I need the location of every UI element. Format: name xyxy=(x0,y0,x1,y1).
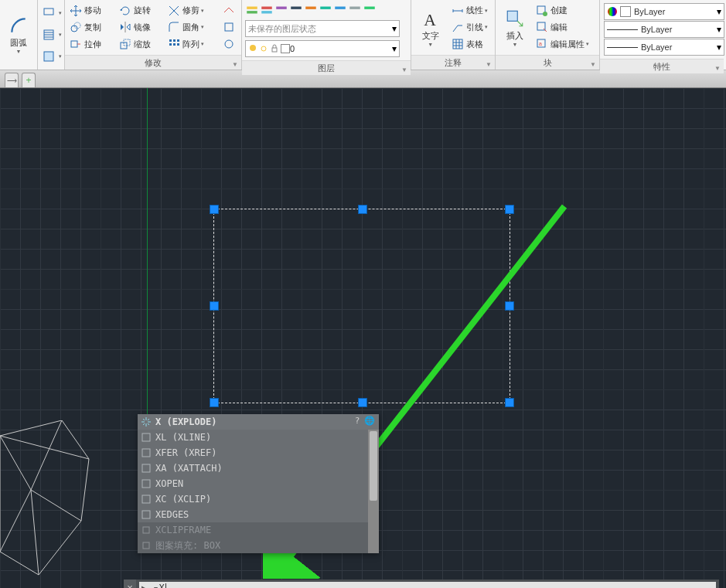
arc-button[interactable]: 圆弧 ▼ xyxy=(2,2,36,68)
layer-tool-icon[interactable] xyxy=(260,3,274,17)
modify-extra-1[interactable] xyxy=(221,2,238,19)
layer-tool-icon[interactable] xyxy=(304,3,318,17)
grip-handle[interactable] xyxy=(358,205,367,214)
leader-button[interactable]: 引线▾ xyxy=(450,19,492,36)
grip-handle[interactable] xyxy=(210,301,219,311)
rotate-button[interactable]: 旋转 xyxy=(118,2,164,19)
svg-rect-12 xyxy=(173,43,176,46)
svg-rect-24 xyxy=(335,7,346,9)
autocomplete-item[interactable]: XEDGES xyxy=(138,507,379,522)
explode-icon xyxy=(141,416,152,427)
color-swatch xyxy=(620,6,631,17)
internet-icon[interactable]: 🌐 xyxy=(363,416,376,428)
svg-point-15 xyxy=(225,40,233,48)
insert-button[interactable]: 插入 ▼ xyxy=(497,2,533,53)
mirror-button[interactable]: 镜像 xyxy=(118,19,164,36)
svg-rect-0 xyxy=(44,8,53,15)
tool-polyline[interactable]: ▾ xyxy=(41,5,63,22)
svg-rect-42 xyxy=(142,464,150,472)
svg-point-38 xyxy=(608,7,617,16)
svg-rect-41 xyxy=(142,449,150,457)
layer-color-swatch xyxy=(281,44,290,53)
array-button[interactable]: 阵列▾ xyxy=(166,36,218,53)
svg-rect-13 xyxy=(177,43,179,46)
svg-rect-40 xyxy=(142,433,150,441)
svg-rect-31 xyxy=(453,39,462,49)
panel-title-annot[interactable]: 注释▼ xyxy=(411,55,495,70)
text-button[interactable]: A 文字 ▼ xyxy=(413,2,448,53)
move-button[interactable]: 移动 xyxy=(68,2,114,19)
panel-title-modify[interactable]: 修改▼ xyxy=(65,55,241,70)
grip-handle[interactable] xyxy=(505,398,514,407)
tool-region[interactable]: ▾ xyxy=(41,49,63,65)
ribbon: 圆弧 ▼ ▾ ▾ ▾ 移动 复制 拉伸 旋转 镜像 缩放 修剪▾ xyxy=(0,0,726,70)
wireframe-object xyxy=(0,420,124,588)
linear-dim-button[interactable]: 线性▾ xyxy=(450,2,492,19)
layer-tool-icon[interactable] xyxy=(363,3,377,17)
edit-attr-button[interactable]: a编辑属性▾ xyxy=(534,36,596,53)
autocomplete-item-disabled[interactable]: XCLIPFRAME+ xyxy=(138,522,379,538)
svg-rect-23 xyxy=(320,7,331,9)
lock-icon xyxy=(270,44,279,53)
svg-rect-16 xyxy=(247,7,257,9)
layer-current-combo[interactable]: 0▾ xyxy=(245,40,400,57)
layer-tool-icon[interactable] xyxy=(274,3,288,17)
svg-rect-32 xyxy=(507,11,517,21)
autocomplete-item[interactable]: XA (XATTACH) xyxy=(138,461,379,476)
grip-handle[interactable] xyxy=(210,205,219,214)
command-line: × ▶_ ▾ X xyxy=(124,580,719,588)
copy-button[interactable]: 复制 xyxy=(68,19,114,36)
panel-title-layer[interactable]: 图层▼ xyxy=(242,60,411,75)
table-button[interactable]: 表格 xyxy=(450,36,492,53)
help-icon[interactable]: ? xyxy=(351,416,363,428)
panel-title-block[interactable]: 块▼ xyxy=(496,55,599,70)
trim-button[interactable]: 修剪▾ xyxy=(166,2,218,19)
svg-rect-9 xyxy=(173,39,176,42)
selection-rectangle[interactable] xyxy=(213,209,510,403)
grip-handle[interactable] xyxy=(505,301,514,311)
new-tab[interactable]: + xyxy=(22,73,36,87)
svg-rect-26 xyxy=(364,7,375,9)
autocomplete-item[interactable]: XFER (XREF) xyxy=(138,445,379,461)
linetype-combo[interactable]: ByLayer▾ xyxy=(604,39,724,56)
svg-rect-18 xyxy=(261,7,272,9)
svg-rect-19 xyxy=(261,11,272,13)
modify-extra-2[interactable] xyxy=(221,19,238,36)
grip-handle[interactable] xyxy=(210,398,219,407)
layer-tool-icon[interactable] xyxy=(245,3,259,17)
autocomplete-head[interactable]: X (EXPLODE) ? 🌐 xyxy=(138,414,379,430)
edit-block-button[interactable]: 编辑 xyxy=(534,19,596,36)
drawing-canvas[interactable]: X (EXPLODE) ? 🌐 XL (XLINE)XFER (XREF)XA … xyxy=(0,88,726,588)
svg-rect-11 xyxy=(169,43,172,46)
svg-rect-47 xyxy=(143,542,149,549)
autocomplete-item[interactable]: XOPEN xyxy=(138,476,379,491)
cmdline-close-icon[interactable]: × xyxy=(124,580,136,588)
fillet-button[interactable]: 圆角▾ xyxy=(166,19,218,36)
command-input[interactable]: ▶_ ▾ X xyxy=(139,582,716,589)
autocomplete-item[interactable]: XL (XLINE) xyxy=(138,430,379,445)
svg-rect-20 xyxy=(276,7,287,9)
arc-label: 圆弧 xyxy=(10,37,27,49)
autocomplete-item-disabled[interactable]: 图案填充: BOX+ xyxy=(138,538,379,553)
svg-rect-5 xyxy=(71,41,77,47)
grip-handle[interactable] xyxy=(358,398,367,407)
autocomplete-item[interactable]: XC (XCLIP) xyxy=(138,491,379,507)
layer-tool-icon[interactable] xyxy=(333,3,347,17)
panel-title-props[interactable]: 特性▼ xyxy=(600,59,724,73)
modify-extra-3[interactable] xyxy=(221,36,238,53)
tool-hatch[interactable]: ▾ xyxy=(41,27,63,43)
color-combo[interactable]: ByLayer▾ xyxy=(604,3,724,20)
layer-state-combo[interactable]: 未保存的图层状态▾ xyxy=(245,20,400,37)
layer-tool-icon[interactable] xyxy=(348,3,362,17)
grip-handle[interactable] xyxy=(505,205,514,214)
stretch-button[interactable]: 拉伸 xyxy=(68,36,114,53)
layer-tool-icon[interactable] xyxy=(319,3,332,17)
layer-tool-icon[interactable] xyxy=(289,3,303,17)
create-block-button[interactable]: 创建 xyxy=(534,2,596,19)
autocomplete-scrollbar[interactable] xyxy=(368,430,379,553)
drawing-tab[interactable]: ⟶ xyxy=(5,73,19,87)
scale-button[interactable]: 缩放 xyxy=(118,36,164,53)
lineweight-combo[interactable]: ByLayer▾ xyxy=(604,21,724,38)
layer-tools-row xyxy=(245,3,400,17)
svg-rect-43 xyxy=(142,480,150,488)
